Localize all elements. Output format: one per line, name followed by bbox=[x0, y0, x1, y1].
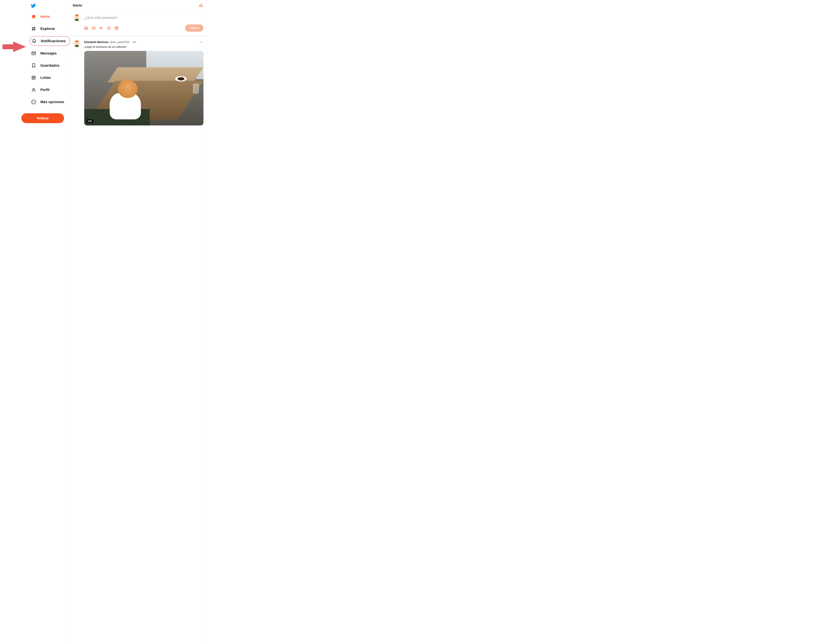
svg-point-15 bbox=[109, 28, 110, 28]
sidebar-item-label: Listas bbox=[40, 75, 51, 80]
tweet-composer: GIF Twittear bbox=[69, 11, 207, 35]
home-icon bbox=[31, 14, 36, 19]
sidebar-item-home[interactable]: Inicio bbox=[29, 12, 53, 21]
sidebar-item-label: Explorar bbox=[40, 27, 55, 31]
twitter-bird-icon bbox=[31, 3, 36, 9]
tweet[interactable]: Elizabeth Martínez @eli_sabe2020 · 4h ¡L… bbox=[69, 37, 207, 128]
tweet-media[interactable]: GIF bbox=[84, 51, 204, 126]
svg-point-10 bbox=[86, 28, 86, 28]
gif-cat-cafe-scene bbox=[84, 51, 204, 126]
tweet-text-input[interactable] bbox=[84, 13, 204, 25]
tweet-time[interactable]: 4h bbox=[133, 41, 136, 44]
sidebar-item-label: Guardados bbox=[40, 63, 60, 67]
sidebar-item-explore[interactable]: Explorar bbox=[29, 24, 58, 34]
sidebar-item-label: Notificaciones bbox=[41, 39, 66, 43]
sidebar-item-messages[interactable]: Mensajes bbox=[29, 49, 60, 58]
svg-point-5 bbox=[33, 102, 34, 102]
tweet-author-name[interactable]: Elizabeth Martínez bbox=[84, 41, 109, 44]
sidebar-item-label: Mensajes bbox=[40, 51, 57, 55]
app-logo[interactable] bbox=[29, 2, 63, 12]
svg-point-14 bbox=[108, 28, 109, 28]
composer-toolbar: GIF bbox=[84, 26, 118, 30]
gif-badge: GIF bbox=[87, 119, 93, 123]
person-icon bbox=[31, 87, 36, 92]
sidebar-item-label: Más opciones bbox=[40, 100, 64, 104]
sidebar-item-bookmarks[interactable]: Guardados bbox=[29, 61, 63, 70]
sidebar: Inicio Explorar Notificaciones Mensajes bbox=[3, 0, 63, 644]
timeline-header: Inicio bbox=[69, 0, 207, 11]
add-poll-icon[interactable] bbox=[100, 26, 103, 30]
schedule-tweet-icon[interactable] bbox=[115, 26, 118, 30]
more-circle-icon bbox=[31, 100, 36, 104]
bookmark-icon bbox=[31, 63, 36, 68]
tweet-author-handle[interactable]: @eli_sabe2020 bbox=[110, 41, 129, 44]
compose-tweet-button[interactable]: Twittear bbox=[21, 113, 64, 123]
section-divider bbox=[69, 35, 207, 37]
svg-point-6 bbox=[34, 102, 35, 102]
sidebar-item-lists[interactable]: Listas bbox=[29, 73, 54, 83]
svg-point-4 bbox=[32, 102, 33, 102]
svg-point-13 bbox=[107, 27, 110, 29]
avatar-illustration bbox=[72, 13, 81, 22]
sidebar-item-more[interactable]: Más opciones bbox=[29, 97, 67, 107]
tweet-text: ¡Llegó el momento de un cafecito! bbox=[84, 45, 204, 49]
tweet-separator: · bbox=[131, 41, 132, 44]
avatar-illustration bbox=[72, 40, 81, 48]
tweet-author-avatar[interactable] bbox=[72, 40, 81, 48]
top-tweets-sparkle-icon[interactable] bbox=[199, 3, 203, 8]
current-user-avatar[interactable] bbox=[72, 13, 81, 22]
svg-point-22 bbox=[202, 41, 202, 42]
tweet-more-icon[interactable] bbox=[199, 40, 204, 45]
submit-tweet-button[interactable]: Twittear bbox=[185, 25, 204, 32]
add-gif-icon[interactable]: GIF bbox=[92, 26, 96, 30]
sidebar-item-label: Inicio bbox=[40, 14, 50, 19]
svg-text:GIF: GIF bbox=[93, 28, 95, 29]
page-title: Inicio bbox=[73, 3, 82, 8]
main-column: Inicio bbox=[69, 0, 207, 644]
svg-point-20 bbox=[200, 41, 200, 42]
add-emoji-icon[interactable] bbox=[107, 26, 111, 30]
sidebar-item-notifications[interactable]: Notificaciones bbox=[29, 36, 70, 46]
hash-icon bbox=[31, 26, 36, 31]
list-icon bbox=[31, 75, 36, 80]
svg-point-21 bbox=[201, 41, 201, 42]
sidebar-item-profile[interactable]: Perfil bbox=[29, 85, 52, 95]
envelope-icon bbox=[31, 51, 36, 56]
bell-icon bbox=[32, 38, 37, 43]
add-image-icon[interactable] bbox=[84, 26, 88, 30]
sidebar-item-label: Perfil bbox=[40, 88, 49, 92]
svg-point-2 bbox=[33, 88, 34, 90]
